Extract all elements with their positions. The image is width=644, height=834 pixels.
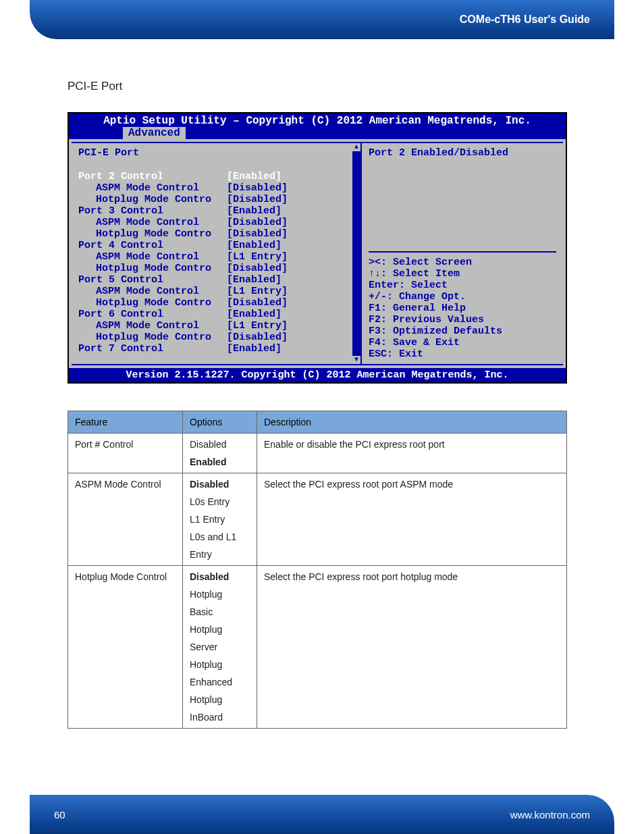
bios-option-value: [Disabled] — [227, 228, 288, 240]
bios-option-label: Hotplug Mode Contro — [78, 263, 227, 274]
option-value: Enhanced — [190, 677, 250, 687]
bios-option-label: ASPM Mode Control — [78, 251, 227, 263]
option-value: Disabled — [190, 479, 250, 490]
bios-option-value: [Enabled] — [227, 205, 281, 217]
bios-option-value: [L1 Entry] — [227, 286, 288, 297]
cell-options: DisabledEnabled — [183, 434, 257, 473]
bios-option-row[interactable]: Hotplug Mode Contro[Disabled] — [78, 194, 356, 205]
bios-screenshot: Aptio Setup Utility – Copyright (C) 2012… — [68, 112, 567, 384]
bios-option-label: Port 7 Control — [78, 343, 227, 355]
option-value: Hotplug — [190, 624, 250, 635]
bios-option-label: Hotplug Mode Contro — [78, 194, 227, 205]
bios-option-value: [Disabled] — [227, 297, 288, 309]
option-value: InBoard — [190, 712, 250, 723]
col-options: Options — [183, 411, 257, 434]
option-value: L1 Entry — [190, 514, 250, 525]
option-value: L0s and L1 — [190, 531, 250, 542]
bios-option-value: [Enabled] — [227, 309, 281, 320]
bios-option-label: Port 2 Control — [78, 171, 227, 182]
bios-help-text: Port 2 Enabled/Disabled — [369, 147, 556, 159]
bios-option-value: [Disabled] — [227, 194, 288, 205]
option-value: Hotplug — [190, 659, 250, 670]
cell-options: DisabledHotplugBasicHotplugServerHotplug… — [183, 566, 257, 729]
bios-keyhelp-line: F4: Save & Exit — [369, 337, 556, 348]
bios-left-pane: PCI-E Port Port 2 Control[Enabled]ASPM M… — [72, 143, 362, 364]
cell-options: DisabledL0s EntryL1 EntryL0s and L1Entry — [183, 473, 257, 566]
section-title: PCI-E Port — [68, 80, 603, 93]
bios-keyhelp-line: F3: Optimized Defaults — [369, 325, 556, 337]
col-feature: Feature — [68, 411, 183, 434]
table-row: Port # ControlDisabledEnabledEnable or d… — [68, 434, 567, 473]
bios-option-value: [Enabled] — [227, 343, 281, 355]
bios-option-value: [L1 Entry] — [227, 251, 288, 263]
bios-keyhelp-line: ESC: Exit — [369, 348, 556, 360]
cell-feature: ASPM Mode Control — [68, 473, 183, 566]
bios-option-value: [Disabled] — [227, 332, 288, 343]
cell-description: Select the PCI express root port hotplug… — [257, 566, 567, 729]
bios-tab-row: Advanced — [69, 127, 566, 139]
feature-table: Feature Options Description Port # Contr… — [68, 411, 567, 729]
bios-option-row[interactable]: Port 3 Control[Enabled] — [78, 205, 356, 217]
footer-url: www.kontron.com — [510, 809, 590, 820]
bios-option-row[interactable]: Hotplug Mode Contro[Disabled] — [78, 332, 356, 343]
bios-option-row[interactable]: Hotplug Mode Contro[Disabled] — [78, 297, 356, 309]
option-value: Hotplug — [190, 694, 250, 705]
bios-main-pane: PCI-E Port Port 2 Control[Enabled]ASPM M… — [72, 142, 563, 365]
bios-option-value: [Disabled] — [227, 263, 288, 274]
bios-option-label: ASPM Mode Control — [78, 320, 227, 332]
table-header-row: Feature Options Description — [68, 411, 567, 434]
bios-option-label: Port 4 Control — [78, 240, 227, 251]
bios-tab-advanced[interactable]: Advanced — [123, 127, 186, 139]
bios-keyhelp-line: ><: Select Screen — [369, 257, 556, 268]
bios-option-row[interactable]: Port 6 Control[Enabled] — [78, 309, 356, 320]
bios-right-pane: Port 2 Enabled/Disabled ><: Select Scree… — [362, 143, 563, 364]
bios-title-bar: Aptio Setup Utility – Copyright (C) 2012… — [69, 113, 566, 127]
bios-option-row[interactable]: ASPM Mode Control[L1 Entry] — [78, 251, 356, 263]
bios-scrollbar[interactable]: ▲ ▼ — [352, 143, 360, 364]
page-content: PCI-E Port Aptio Setup Utility – Copyrig… — [0, 39, 644, 756]
option-value: Hotplug — [190, 589, 250, 600]
scroll-down-icon[interactable]: ▼ — [352, 356, 360, 364]
bios-option-row[interactable]: Port 5 Control[Enabled] — [78, 274, 356, 286]
bios-option-row[interactable]: Hotplug Mode Contro[Disabled] — [78, 263, 356, 274]
bios-option-value: [Enabled] — [227, 240, 281, 251]
bios-keyhelp-line: F2: Previous Values — [369, 314, 556, 325]
col-description: Description — [257, 411, 567, 434]
page-number: 60 — [54, 809, 65, 820]
bios-option-value: [L1 Entry] — [227, 320, 288, 332]
bios-option-row[interactable]: ASPM Mode Control[L1 Entry] — [78, 320, 356, 332]
bios-keyhelp-line: +/-: Change Opt. — [369, 291, 556, 303]
bios-option-label: ASPM Mode Control — [78, 182, 227, 194]
bios-option-label: Port 5 Control — [78, 274, 227, 286]
bios-keyhelp-line: Enter: Select — [369, 280, 556, 291]
bios-option-value: [Disabled] — [227, 182, 288, 194]
cell-description: Select the PCI express root port ASPM mo… — [257, 473, 567, 566]
option-value: L0s Entry — [190, 496, 250, 507]
bios-option-row[interactable]: Hotplug Mode Contro[Disabled] — [78, 228, 356, 240]
bios-option-value: [Enabled] — [227, 274, 281, 286]
bios-option-row[interactable]: Port 4 Control[Enabled] — [78, 240, 356, 251]
bios-option-row[interactable]: ASPM Mode Control[L1 Entry] — [78, 286, 356, 297]
table-row: ASPM Mode ControlDisabledL0s EntryL1 Ent… — [68, 473, 567, 566]
bios-option-value: [Enabled] — [227, 171, 281, 182]
bios-page-heading: PCI-E Port — [78, 147, 356, 159]
bios-option-label: Port 3 Control — [78, 205, 227, 217]
bios-option-row[interactable]: ASPM Mode Control[Disabled] — [78, 217, 356, 228]
guide-title: COMe-cTH6 User's Guide — [460, 14, 590, 26]
bios-option-row[interactable]: Port 2 Control[Enabled] — [78, 171, 356, 182]
bios-option-value: [Disabled] — [227, 217, 288, 228]
option-value: Entry — [190, 549, 250, 560]
bios-option-label: ASPM Mode Control — [78, 217, 227, 228]
scroll-up-icon[interactable]: ▲ — [352, 143, 360, 151]
bios-option-label: Hotplug Mode Contro — [78, 332, 227, 343]
bios-option-label: Hotplug Mode Contro — [78, 228, 227, 240]
bios-keyhelp-line: ↑↓: Select Item — [369, 268, 556, 280]
option-value: Server — [190, 642, 250, 652]
bios-option-label: Port 6 Control — [78, 309, 227, 320]
bios-option-label: Hotplug Mode Contro — [78, 297, 227, 309]
option-value: Disabled — [190, 571, 250, 582]
bios-option-row[interactable]: Port 7 Control[Enabled] — [78, 343, 356, 355]
bios-option-row[interactable]: ASPM Mode Control[Disabled] — [78, 182, 356, 194]
bios-option-label: ASPM Mode Control — [78, 286, 227, 297]
option-value: Enabled — [190, 457, 250, 467]
